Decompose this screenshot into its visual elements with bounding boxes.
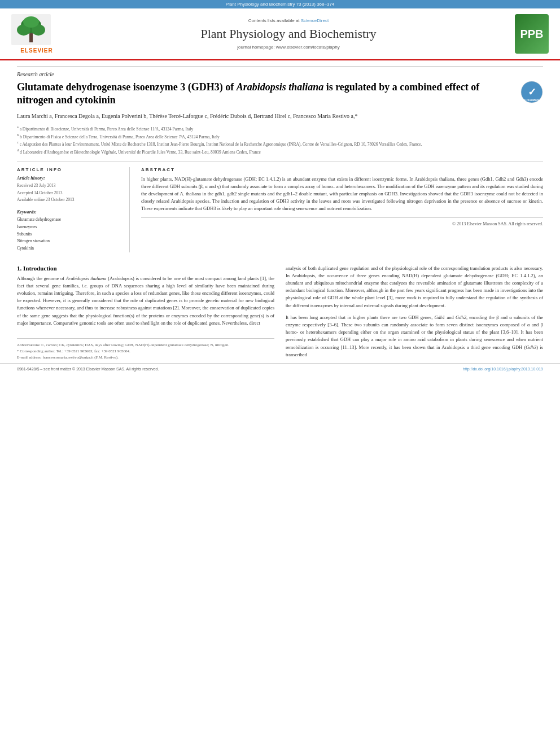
affiliation-d: d d Laboratoire d'Androgenèse et Biotech… [17,147,543,155]
article-info-column: Article Info Article history: Received 2… [17,167,130,252]
article-title-container: Glutamate dehydrogenase isoenzyme 3 (GDH… [17,81,543,107]
keyword-3: Subunits [17,231,121,238]
body-left-column: 1. Introduction Although the genome of A… [17,265,274,363]
keywords-label: Keywords: [17,209,121,215]
intro-paragraph-left: Although the genome of Arabidopsis thali… [17,275,274,327]
keywords-list: Glutamate dehydrogenase Isoenzymes Subun… [17,216,121,252]
info-abstract-section: Article Info Article history: Received 2… [17,167,543,252]
keywords-section: Keywords: Glutamate dehydrogenase Isoenz… [17,209,121,252]
journal-citation-bar: Plant Physiology and Biochemistry 73 (20… [0,0,560,8]
email-footnote: E-mail address: francescomaria.restivo@u… [17,355,274,361]
elsevier-logo: ELSEVIER [11,14,62,54]
keyword-4: Nitrogen starvation [17,238,121,245]
affiliations: a a Dipartimento di Bioscienze, Universi… [17,124,543,161]
keyword-5: Cytokinin [17,245,121,252]
doi-link[interactable]: http://dx.doi.org/10.1016/j.plaphy.2013.… [463,367,543,371]
abbreviations-footnote: Abbreviations: C, carbon; CK, cytokinins… [17,342,274,348]
article-content: Research article Glutamate dehydrogenase… [0,60,560,258]
authors: Laura Marchi a, Francesca Degola a, Euge… [17,112,543,121]
science-direct-notice: Contents lists available at ScienceDirec… [62,18,515,23]
keyword-1: Glutamate dehydrogenase [17,216,121,224]
history-label: Article history: [17,176,121,181]
main-body: 1. Introduction Although the genome of A… [0,258,560,363]
svg-text:CrossMark: CrossMark [524,98,539,102]
abstract-header: Abstract [141,167,543,172]
corresponding-footnote: * Corresponding author. Tel.: +39 0521 9… [17,348,274,355]
journal-center: Contents lists available at ScienceDirec… [62,18,515,50]
article-info-header: Article Info [17,167,121,172]
svg-text:✓: ✓ [528,86,536,98]
svg-rect-4 [29,33,33,42]
bottom-bar: 0981-9428/$ – see front matter © 2013 El… [0,363,560,374]
crossmark-icon[interactable]: ✓ CrossMark [520,81,543,103]
affiliation-b: b b Dipartimento di Fisica e Scienze del… [17,132,543,140]
article-title: Glutamate dehydrogenase isoenzyme 3 (GDH… [17,81,520,107]
journal-citation: Plant Physiology and Biochemistry 73 (20… [226,2,335,7]
available-online-date: Available online 23 October 2013 [17,196,121,204]
received-date: Received 23 July 2013 [17,182,121,190]
journal-homepage: journal homepage: www.elsevier.com/locat… [62,45,515,50]
svg-point-5 [23,16,39,28]
issn-copyright: 0981-9428/$ – see front matter © 2013 El… [17,367,159,371]
article-history: Article history: Received 23 July 2013 A… [17,176,121,204]
intro-paragraph-right-2: It has been long accepted that in higher… [286,314,543,359]
introduction-heading: 1. Introduction [17,265,274,272]
copyright-notice: © 2013 Elsevier Masson SAS. All rights r… [141,217,543,226]
intro-paragraph-right-1: analysis of both duplicated gene regulat… [286,265,543,309]
keyword-2: Isoenzymes [17,224,121,231]
elsevier-text: ELSEVIER [11,47,62,54]
body-right-column: analysis of both duplicated gene regulat… [286,265,543,363]
footnote-area: Abbreviations: C, carbon; CK, cytokinins… [17,338,274,361]
journal-header: ELSEVIER Contents lists available at Sci… [0,8,560,60]
abstract-text: In higher plants, NAD(H)-glutamate dehyd… [141,176,543,213]
affiliation-a: a a Dipartimento di Bioscienze, Universi… [17,124,543,132]
ppb-logo: PPB [515,14,549,54]
journal-name: Plant Physiology and Biochemistry [62,27,515,41]
science-direct-link[interactable]: ScienceDirect [301,18,329,23]
abstract-column: Abstract In higher plants, NAD(H)-glutam… [141,167,543,252]
accepted-date: Accepted 14 October 2013 [17,190,121,197]
article-type: Research article [17,66,543,77]
affiliation-c: c c Adaptation des Plantes à leur Enviro… [17,139,543,147]
